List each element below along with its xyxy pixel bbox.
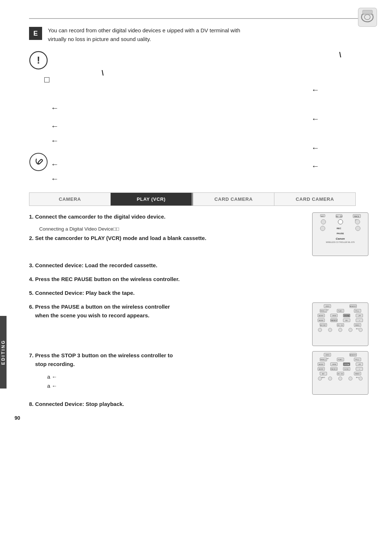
step-7-a1: a ← xyxy=(47,374,305,380)
remote-device-1: SET AV←DV RMCE SET RECPAUSE xyxy=(312,212,368,256)
canon-logo: Canon xyxy=(315,237,366,240)
svg-text:!: ! xyxy=(37,54,40,66)
step-1-image: SET AV←DV RMCE SET RECPAUSE xyxy=(312,212,370,256)
e-label: E xyxy=(29,27,42,40)
step-1-text: 1. Connect the camcorder to the digital … xyxy=(29,212,305,221)
top-divider xyxy=(29,18,370,19)
arrow-left-4: ← xyxy=(51,160,59,169)
arrow-left-1: ← xyxy=(51,103,59,113)
remote-device-3: ZERO SET MEMORY REW◁◁ PLAY▷ FF▷▷ AUDIO O… xyxy=(312,351,368,395)
tab-play-vcr[interactable]: PLAY (VCR) xyxy=(111,193,192,206)
book-icon: □ xyxy=(44,74,50,85)
tab-camera[interactable]: CAMERA xyxy=(29,193,111,206)
step-5-text: 5. Connected Device: Play back the tape. xyxy=(29,289,370,297)
arrow-left-2: ← xyxy=(51,122,59,131)
intro-section: E You can record from other digital vide… xyxy=(29,26,370,44)
step-3-text: 3. Connected device: Load the recorded c… xyxy=(29,261,370,270)
steps-section: 1. Connect the camcorder to the digital … xyxy=(29,212,370,408)
arrow-left-3: ← xyxy=(51,136,59,146)
arrow-right-4: ← xyxy=(311,162,319,171)
page-number: 90 xyxy=(15,415,20,421)
step-7-image: ZERO SET MEMORY REW◁◁ PLAY▷ FF▷▷ AUDIO O… xyxy=(312,351,370,395)
arrow-right-2: ← xyxy=(311,114,319,124)
step-6-image: ZERO SET MEMORY REW◁◁ PLAY▷ FF▷▷ AUDIO O… xyxy=(312,302,370,346)
step-7-text: 7. Press the STOP 3 button on the wirele… xyxy=(29,351,305,369)
step-2-text: 2. Set the camcorder to PLAY (VCR) mode … xyxy=(29,234,305,243)
icons-notes-area: ! \ \ □ ← ← ← ← ← ← ← ← ← xyxy=(29,51,370,189)
step-7-a2: a ← xyxy=(47,383,305,389)
clip-icon xyxy=(29,153,48,172)
intro-text: You can record from other digital video … xyxy=(48,26,240,44)
step-1-subnote: Connecting a Digital Video Device□□ xyxy=(39,226,305,232)
warning-icon: ! xyxy=(29,51,48,70)
remote-device-2: ZERO SET MEMORY REW◁◁ PLAY▷ FF▷▷ AUDIO O… xyxy=(312,302,368,346)
backslash-2: \ xyxy=(102,69,104,77)
tab-card-camera-1[interactable]: CARD CAMERA xyxy=(193,193,274,206)
step-6-text: 6. Press the PAUSE a button on the wirel… xyxy=(29,302,305,320)
arrow-right-3: ← xyxy=(311,143,319,153)
svg-rect-4 xyxy=(363,10,372,14)
arrow-right-1: ← xyxy=(311,85,319,95)
mode-tabs: CAMERA PLAY (VCR) CARD CAMERA CARD CAMER… xyxy=(29,192,356,206)
editing-sidebar: Editing xyxy=(0,316,7,389)
step-4-text: 4. Press the REC PAUSE button on the wir… xyxy=(29,275,370,284)
editing-label: Editing xyxy=(1,340,6,365)
step-7: 7. Press the STOP 3 button on the wirele… xyxy=(29,351,370,395)
logo-icon xyxy=(358,7,377,27)
backslash-1: \ xyxy=(339,51,341,59)
step-6: 6. Press the PAUSE a button on the wirel… xyxy=(29,302,370,346)
tab-card-camera-2[interactable]: CARD CAMERA xyxy=(274,193,355,206)
step-1: 1. Connect the camcorder to the digital … xyxy=(29,212,370,256)
step-8-text: 8. Connected Device: Stop playback. xyxy=(29,400,370,408)
arrow-left-5: ← xyxy=(51,174,59,184)
